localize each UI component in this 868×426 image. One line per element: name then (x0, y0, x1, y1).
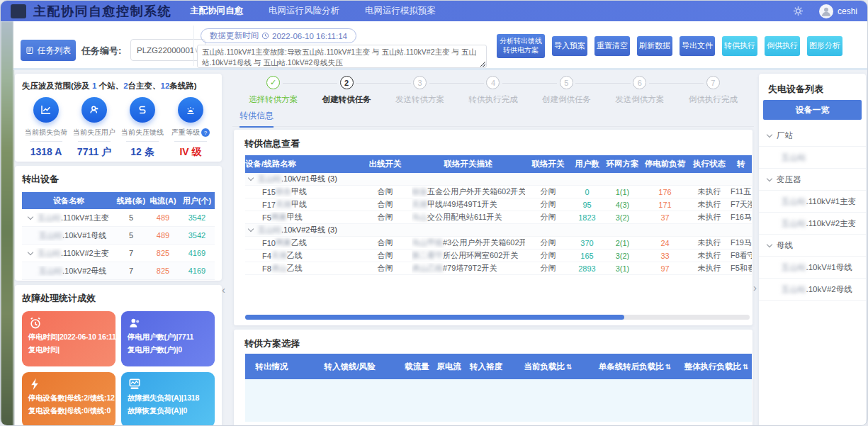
nav-menu-item[interactable]: 主配协同自愈 (190, 5, 243, 17)
chevron-down-icon[interactable] (767, 241, 772, 247)
table-row[interactable]: F10网夏乙线 合闸 马山甲线#3公用户外开关箱602开关 分闸 370 2(1… (245, 237, 752, 250)
tie-switch-desc: 甲线#49塔49T1开关 (427, 200, 497, 208)
fault-text-segment: .110kV#1主变 与 (325, 47, 382, 56)
transfer-in-feeder: F11五 (731, 186, 752, 197)
help-icon[interactable]: ? (201, 128, 210, 137)
resize-handle[interactable] (480, 62, 485, 67)
tree-item[interactable]: 五山站 .10kV#2母线 (759, 279, 866, 301)
pre-outage-load: 33 (642, 252, 688, 260)
table-row[interactable]: 五山站.10kV#1母线 (3) (245, 173, 752, 186)
line-name-prefix: F5 (262, 213, 271, 222)
sort-icon[interactable]: ⇅ (566, 363, 572, 371)
tree-item[interactable]: 五山站 .110kV#1主变 (759, 191, 866, 213)
center-panel: ✓ 选择转供方案 2 创建转供任务 3 发送转供方案 4 转供执行完成 (232, 72, 754, 426)
nav-menu-item[interactable]: 电网运行风险分析 (269, 5, 339, 17)
table-row[interactable]: F5网夏甲线 合闸 马山交公用配电站611开关 分闸 1823 3(2) 37 … (245, 211, 752, 224)
table-row[interactable]: F8虎山乙线 合闸 虎山乙线#79塔79T2开关 分闸 2893 3(1) 97… (245, 262, 752, 275)
tree-item[interactable]: 五山站 (759, 147, 866, 169)
toolbar-action-button[interactable]: 导出文件 (680, 36, 715, 56)
tab-transfer-info[interactable]: 转供信息 (239, 110, 274, 128)
toolbar-action-button[interactable]: 导入预案 (552, 36, 587, 56)
tree-item[interactable]: 变压器 (759, 169, 866, 191)
line-name-prefix: F15 (262, 188, 276, 196)
step-number: ✓ (266, 76, 280, 89)
expand-right-handle[interactable]: › (753, 282, 757, 293)
horizontal-scrollbar[interactable] (245, 315, 750, 320)
chevron-down-icon[interactable] (767, 131, 772, 137)
table-row[interactable]: 五山站.10kV#2母线 7 825 4169 (22, 262, 215, 280)
step-number: 7 (706, 76, 720, 89)
device-overview-header[interactable]: 设备一览 (763, 100, 862, 120)
toolbar-action-button[interactable]: 转供执行 (722, 36, 757, 56)
tie-switch-desc: 所公用环网室602开关 (443, 251, 518, 259)
blurred-name: 虎山 (271, 263, 287, 274)
sortable-header[interactable]: 整体执行负载比⇅ (681, 361, 752, 372)
chevron-down-icon[interactable] (248, 175, 254, 181)
blurred-station-name: 五山站 (38, 248, 61, 259)
pre-outage-load: 24 (642, 239, 688, 247)
nav-menu-item[interactable]: 电网运行模拟预案 (365, 5, 436, 17)
toolbar-action-button[interactable]: 重置清空 (594, 36, 630, 56)
blurred-desc: 马山甲线 (412, 238, 443, 247)
collapse-left-handle[interactable]: ‹ (222, 284, 225, 295)
user-menu[interactable]: ceshi (819, 4, 857, 18)
table-row[interactable]: F15联合甲线 合闸 创业五金公用户外开关箱602开关 分闸 0 1(1) 17… (245, 186, 752, 198)
gear-icon[interactable] (793, 6, 804, 16)
toolbar-action-button[interactable]: 图形分析 (807, 36, 842, 56)
tree-item[interactable]: 厂站 (759, 125, 866, 147)
table-row[interactable]: 五山站.110kV#2主变 7 825 4169 (22, 245, 215, 262)
app-logo (11, 4, 26, 18)
step-label: 发送倒供方案 (615, 94, 664, 105)
sortable-header[interactable]: 当前负载比⇅ (507, 361, 589, 372)
blurred-desc: 马山 (412, 213, 427, 221)
task-no-value: PLZG22000001 (137, 46, 194, 55)
impact-title: 失压波及范围(涉及 1 个站、2台主变、12条线路) (22, 81, 215, 91)
toolbar-action-button[interactable]: 倒供执行 (765, 36, 800, 56)
outage-time-card: 停电时间|2022-06-10 16:11 复电时间| (22, 311, 115, 366)
task-list-button[interactable]: 任务列表 (21, 40, 76, 61)
table-row[interactable]: F17天湖甲线 合闸 天湖甲线#49塔49T1开关 分闸 95 4(3) 171… (245, 198, 752, 211)
transfer-in-feeder: F19马 (731, 237, 752, 248)
chevron-down-icon[interactable] (28, 213, 33, 219)
table-row[interactable]: 五山站.10kV#2母线 (3) (245, 224, 752, 237)
users-count: 3542 (179, 231, 215, 240)
users-count: 95 (571, 201, 603, 209)
step-label: 转供执行完成 (468, 94, 517, 105)
users-count: 165 (571, 252, 603, 260)
lines-count: 7 (115, 267, 147, 275)
step-number: 3 (413, 76, 427, 89)
sort-icon[interactable]: ⇅ (665, 363, 671, 371)
table-row[interactable]: F4天湖乙线 合闸 第二看守所公用环网室602开关 分闸 165 3(2) 33… (245, 250, 752, 262)
step-label: 选择转供方案 (249, 94, 298, 105)
sort-icon[interactable]: ⇅ (743, 363, 748, 371)
table-row[interactable]: 五山站.110kV#1主变 5 489 3542 (22, 209, 215, 227)
fault-stats-panel: 故障处理统计成效 停电时间|2022-06-10 16:11 复电时间| 停电用… (15, 285, 222, 426)
chevron-down-icon[interactable] (28, 249, 33, 254)
transfer-in-feeder: F7天溇 (731, 199, 752, 210)
toolbar-action-button[interactable]: 分析转出馈线转供电方案 (497, 34, 545, 58)
tree-item[interactable]: 母线 (759, 235, 866, 257)
tree-item[interactable]: 五山站 .10kV#1母线 (759, 257, 866, 279)
blurred-station-name: 五山站 (782, 218, 806, 229)
tie-switch-desc: #79塔79T2开关 (443, 264, 497, 272)
sortable-header[interactable]: 单条线转后负载比⇅ (589, 361, 681, 372)
transfer-info-body: 五山站.10kV#1母线 (3) F15联合甲线 (245, 173, 752, 275)
chevron-down-icon[interactable] (767, 175, 772, 181)
list-icon (26, 46, 34, 55)
fault-text-segment: 五山站 (202, 47, 225, 56)
task-no-select[interactable]: PLZG22000001 ∨ (130, 39, 205, 61)
tree-item[interactable]: 五山站 .110kV#2主变 (759, 213, 866, 235)
fault-description-textarea[interactable]: 五山站.110kV#1主变故障:导致五山站.110kV#1主变 与 五山站.11… (197, 45, 487, 68)
step: 4 转供执行完成 (456, 76, 529, 108)
toolbar-action-button[interactable]: 刷新数据 (637, 36, 672, 56)
ring-plan: 2(1) (603, 239, 642, 247)
table-row[interactable]: 五山站.10kV#1母线 5 489 3542 (22, 227, 215, 245)
feeder-icon (130, 97, 155, 123)
tree-item-label: 变压器 (777, 174, 801, 185)
blurred-desc: 创业 (412, 187, 427, 196)
chevron-down-icon[interactable] (248, 226, 254, 232)
transfer-info-title: 转供信息查看 (244, 138, 300, 150)
line-name-suffix: 乙线 (287, 250, 303, 261)
pre-outage-load: 176 (642, 188, 688, 196)
scrollbar-thumb[interactable] (245, 315, 624, 320)
